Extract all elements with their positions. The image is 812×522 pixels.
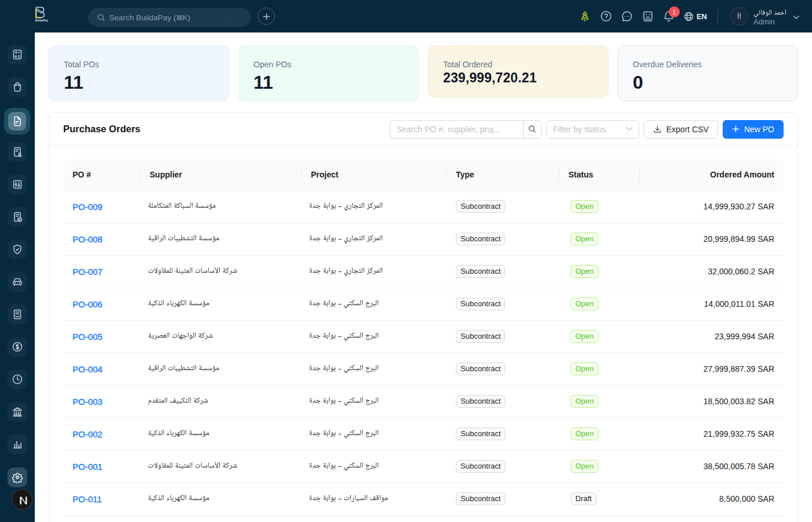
- svg-text:BuildaPay: BuildaPay: [35, 19, 49, 22]
